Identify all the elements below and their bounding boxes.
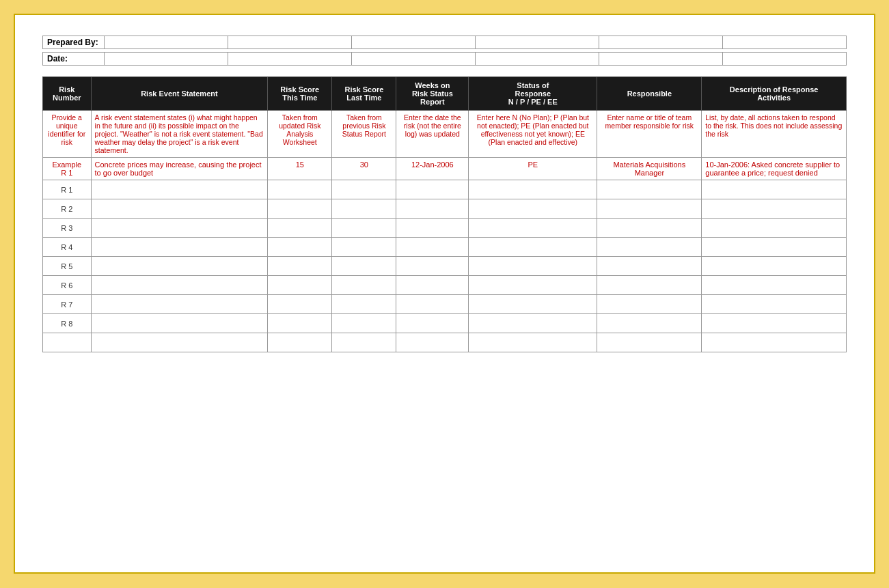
- row-r1-status[interactable]: [469, 180, 597, 199]
- date-spacer3: [475, 53, 599, 65]
- example-row: Example R 1 Concrete prices may increase…: [43, 158, 847, 180]
- row-r3-status[interactable]: [469, 219, 597, 238]
- date-spacer: [228, 53, 351, 65]
- row-extra-event: [91, 333, 268, 352]
- row-r8-event[interactable]: [91, 314, 268, 333]
- row-r1-description[interactable]: [702, 180, 847, 199]
- example-score-this: 15: [268, 158, 332, 180]
- row-r3-weeks[interactable]: [396, 219, 469, 238]
- instr-responsible: Enter name or title of team member respo…: [597, 111, 702, 158]
- row-r1-responsible[interactable]: [597, 180, 702, 199]
- row-r8-weeks[interactable]: [396, 314, 469, 333]
- row-r2-score-this[interactable]: [268, 199, 332, 219]
- row-r5-status[interactable]: [469, 257, 597, 276]
- row-r7-score-this[interactable]: [268, 295, 332, 314]
- row-r8-status[interactable]: [469, 314, 597, 333]
- table-row[interactable]: R 3: [43, 219, 847, 238]
- row-r7-number[interactable]: R 7: [43, 295, 92, 314]
- row-r8-score-last[interactable]: [332, 314, 396, 333]
- row-r7-event[interactable]: [91, 295, 268, 314]
- row-r8-responsible[interactable]: [597, 314, 702, 333]
- row-r1-weeks[interactable]: [396, 180, 469, 199]
- example-status: PE: [469, 158, 597, 180]
- table-row[interactable]: R 2: [43, 199, 847, 219]
- table-row[interactable]: R 4: [43, 238, 847, 257]
- row-r2-status[interactable]: [469, 199, 597, 219]
- row-extra-score-last: [332, 333, 396, 352]
- row-r4-score-this[interactable]: [268, 238, 332, 257]
- row-r2-score-last[interactable]: [332, 199, 396, 219]
- row-r7-responsible[interactable]: [597, 295, 702, 314]
- row-r3-number[interactable]: R 3: [43, 219, 92, 238]
- example-risk-number: Example R 1: [43, 158, 92, 180]
- row-r5-score-last[interactable]: [332, 257, 396, 276]
- row-r6-score-this[interactable]: [268, 276, 332, 295]
- row-r7-description[interactable]: [702, 295, 847, 314]
- row-r3-event[interactable]: [91, 219, 268, 238]
- row-r2-responsible[interactable]: [597, 199, 702, 219]
- row-r2-description[interactable]: [702, 199, 847, 219]
- row-r6-description[interactable]: [702, 276, 847, 295]
- row-r7-status[interactable]: [469, 295, 597, 314]
- row-r1-event[interactable]: [91, 180, 268, 199]
- row-extra-description: [702, 333, 847, 352]
- table-row[interactable]: R 1: [43, 180, 847, 199]
- prepared-by-spacer4: [599, 36, 722, 48]
- row-r4-description[interactable]: [702, 238, 847, 257]
- row-r8-number[interactable]: R 8: [43, 314, 92, 333]
- table-row[interactable]: R 7: [43, 295, 847, 314]
- row-r6-number[interactable]: R 6: [43, 276, 92, 295]
- row-extra-responsible: [597, 333, 702, 352]
- row-r5-score-this[interactable]: [268, 257, 332, 276]
- date-value[interactable]: [105, 53, 228, 65]
- row-r1-number[interactable]: R 1: [43, 180, 92, 199]
- row-r4-weeks[interactable]: [396, 238, 469, 257]
- row-r1-score-this[interactable]: [268, 180, 332, 199]
- row-r8-score-this[interactable]: [268, 314, 332, 333]
- row-extra-number: [43, 333, 92, 352]
- row-r3-score-last[interactable]: [332, 219, 396, 238]
- prepared-by-value[interactable]: [105, 36, 228, 48]
- table-row-extra: [43, 333, 847, 352]
- row-r4-number[interactable]: R 4: [43, 238, 92, 257]
- row-r7-weeks[interactable]: [396, 295, 469, 314]
- risk-table: RiskNumber Risk Event Statement Risk Sco…: [42, 76, 847, 352]
- table-row[interactable]: R 8: [43, 314, 847, 333]
- instr-risk-number: Provide a unique identifier for risk: [43, 111, 92, 158]
- row-r4-score-last[interactable]: [332, 238, 396, 257]
- row-r6-responsible[interactable]: [597, 276, 702, 295]
- row-r7-score-last[interactable]: [332, 295, 396, 314]
- instr-description: List, by date, all actions taken to resp…: [702, 111, 847, 158]
- row-r3-score-this[interactable]: [268, 219, 332, 238]
- example-risk-event: Concrete prices may increase, causing th…: [91, 158, 268, 180]
- example-score-last: 30: [332, 158, 396, 180]
- row-r4-event[interactable]: [91, 238, 268, 257]
- date-spacer2: [351, 53, 475, 65]
- row-r1-score-last[interactable]: [332, 180, 396, 199]
- row-r6-weeks[interactable]: [396, 276, 469, 295]
- instruction-row: Provide a unique identifier for risk A r…: [43, 111, 847, 158]
- row-r6-score-last[interactable]: [332, 276, 396, 295]
- row-r8-description[interactable]: [702, 314, 847, 333]
- row-r3-responsible[interactable]: [597, 219, 702, 238]
- row-r6-status[interactable]: [469, 276, 597, 295]
- row-r5-description[interactable]: [702, 257, 847, 276]
- prepared-by-spacer: [228, 36, 351, 48]
- row-r5-event[interactable]: [91, 257, 268, 276]
- prepared-by-spacer2: [351, 36, 475, 48]
- header-risk-event: Risk Event Statement: [91, 77, 268, 111]
- row-r6-event[interactable]: [91, 276, 268, 295]
- row-r4-responsible[interactable]: [597, 238, 702, 257]
- row-r2-weeks[interactable]: [396, 199, 469, 219]
- row-r2-event[interactable]: [91, 199, 268, 219]
- instr-status: Enter here N (No Plan); P (Plan but not …: [469, 111, 597, 158]
- row-r5-responsible[interactable]: [597, 257, 702, 276]
- table-row[interactable]: R 6: [43, 276, 847, 295]
- row-r4-status[interactable]: [469, 238, 597, 257]
- date-spacer5: [722, 53, 846, 65]
- table-row[interactable]: R 5: [43, 257, 847, 276]
- row-r2-number[interactable]: R 2: [43, 199, 92, 219]
- row-r5-weeks[interactable]: [396, 257, 469, 276]
- row-r5-number[interactable]: R 5: [43, 257, 92, 276]
- row-r3-description[interactable]: [702, 219, 847, 238]
